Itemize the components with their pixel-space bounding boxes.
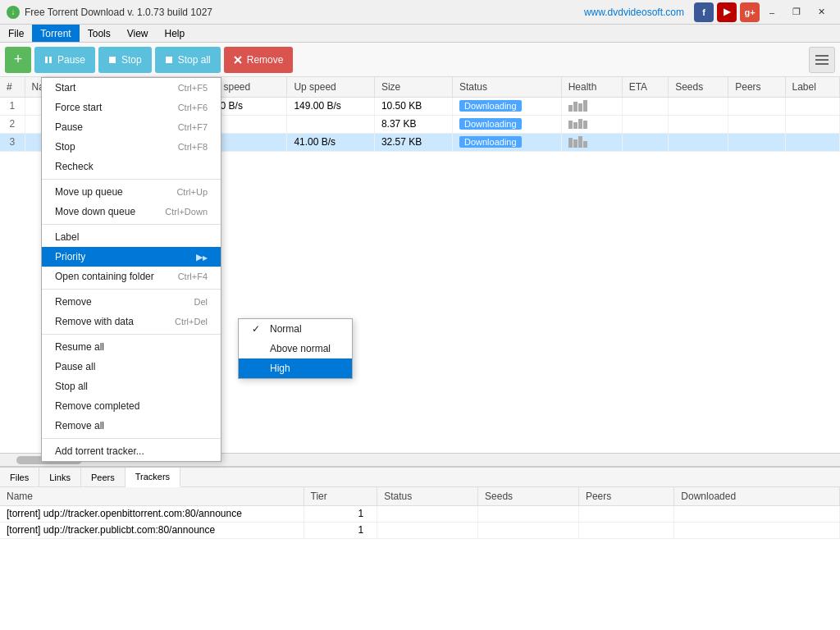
- row-eta: [622, 97, 669, 115]
- row-size: 10.50 KB: [374, 97, 452, 115]
- menu-remove-all[interactable]: Remove all: [42, 416, 221, 436]
- health-bar: [578, 103, 582, 112]
- row-health: [561, 97, 622, 115]
- facebook-icon[interactable]: f: [694, 2, 714, 22]
- menu-stop-all[interactable]: Stop all: [42, 377, 221, 396]
- bottom-tabs: Files Links Peers Trackers: [0, 468, 840, 487]
- googleplus-icon[interactable]: g+: [740, 2, 760, 22]
- tab-files[interactable]: Files: [0, 468, 39, 486]
- menu-move-up-shortcut: Ctrl+Up: [176, 187, 208, 197]
- checkmark-icon: ✓: [252, 323, 263, 335]
- menu-divider-4: [42, 334, 221, 335]
- health-bar: [573, 139, 578, 148]
- toolbar-right: [809, 47, 835, 73]
- add-torrent-button[interactable]: +: [5, 47, 31, 73]
- menu-force-start-label: Force start: [55, 102, 102, 113]
- menu-recheck[interactable]: Recheck: [42, 157, 221, 176]
- tab-peers[interactable]: Peers: [81, 468, 126, 486]
- row-peers: [728, 133, 785, 151]
- menu-move-up[interactable]: Move up queue Ctrl+Up: [42, 182, 221, 202]
- row-seeds: [669, 133, 728, 151]
- col-header-size: Size: [374, 77, 452, 97]
- menu-help[interactable]: Help: [157, 25, 194, 42]
- menu-add-tracker[interactable]: Add torrent tracker...: [42, 441, 221, 461]
- tab-trackers[interactable]: Trackers: [126, 468, 180, 487]
- menu-move-down-label: Move down queue: [55, 206, 135, 217]
- menu-start[interactable]: Start Ctrl+F5: [42, 78, 221, 98]
- submenu-arrow-icon: ▶: [196, 252, 208, 262]
- remove-button[interactable]: Remove: [224, 47, 294, 73]
- title-bar: ↓ Free Torrent Download v. 1.0.73 build …: [0, 0, 840, 25]
- menu-file[interactable]: File: [0, 25, 32, 42]
- svg-rect-2: [109, 57, 116, 63]
- menu-force-start[interactable]: Force start Ctrl+F6: [42, 98, 221, 117]
- row-num: 2: [0, 115, 25, 133]
- menu-recheck-label: Recheck: [55, 161, 94, 172]
- row-seeds: [669, 115, 728, 133]
- menu-pause-label: Pause: [55, 121, 83, 133]
- menu-view[interactable]: View: [119, 25, 157, 42]
- menu-priority[interactable]: Priority ▶: [42, 247, 221, 267]
- row-label: [785, 133, 839, 151]
- col-header-peers: Peers: [728, 77, 785, 97]
- tracker-tier: 1: [304, 505, 377, 522]
- minimize-button[interactable]: –: [760, 4, 784, 21]
- stop-button[interactable]: Stop: [98, 47, 152, 73]
- row-status: Downloading: [452, 115, 561, 133]
- stop-all-button[interactable]: Stop all: [155, 47, 221, 73]
- priority-high[interactable]: High: [239, 358, 352, 378]
- priority-normal[interactable]: ✓ Normal: [239, 319, 352, 339]
- tracker-name: [torrent] udp://tracker.openbittorrent.c…: [0, 505, 304, 522]
- priority-above-normal[interactable]: Above normal: [239, 339, 352, 358]
- menu-pause-all[interactable]: Pause all: [42, 357, 221, 377]
- menu-divider-3: [42, 289, 221, 290]
- row-peers: [728, 97, 785, 115]
- row-health: [561, 115, 622, 133]
- app-title: Free Torrent Download v. 1.0.73 build 10…: [25, 7, 584, 18]
- tracker-col-name: Name: [0, 487, 304, 505]
- menu-remove[interactable]: Remove Del: [42, 292, 221, 312]
- menu-bar: File Torrent Tools View Help: [0, 25, 840, 43]
- menu-resume-all[interactable]: Resume all: [42, 337, 221, 357]
- tracker-peers: [578, 505, 673, 522]
- menu-toggle-button[interactable]: [809, 47, 835, 73]
- tab-links[interactable]: Links: [39, 468, 81, 486]
- close-button[interactable]: ✕: [809, 4, 833, 21]
- row-health: [561, 133, 622, 151]
- row-size: 32.57 KB: [374, 133, 452, 151]
- menu-torrent[interactable]: Torrent: [32, 25, 79, 42]
- menu-move-down-shortcut: Ctrl+Down: [165, 207, 208, 217]
- row-size: 8.37 KB: [374, 115, 452, 133]
- menu-remove-completed-label: Remove completed: [55, 400, 139, 412]
- restore-button[interactable]: ❐: [784, 4, 809, 21]
- menu-divider-5: [42, 438, 221, 439]
- menu-remove-all-label: Remove all: [55, 420, 104, 431]
- menu-stop[interactable]: Stop Ctrl+F8: [42, 137, 221, 157]
- menu-tools[interactable]: Tools: [80, 25, 119, 42]
- remove-icon: [234, 56, 242, 64]
- menu-add-tracker-label: Add torrent tracker...: [55, 445, 144, 457]
- row-seeds: [669, 97, 728, 115]
- menu-remove-data-label: Remove with data: [55, 316, 134, 327]
- priority-high-label: High: [270, 363, 290, 374]
- pause-icon: [44, 56, 52, 64]
- tracker-row[interactable]: [torrent] udp://tracker.publicbt.com:80/…: [0, 522, 840, 538]
- youtube-icon[interactable]: ▶: [717, 2, 737, 22]
- menu-pause[interactable]: Pause Ctrl+F7: [42, 117, 221, 137]
- pause-button[interactable]: Pause: [34, 47, 95, 73]
- website-link[interactable]: www.dvdvideosoft.com: [584, 7, 684, 18]
- menu-remove-shortcut: Del: [194, 297, 208, 307]
- menu-remove-data[interactable]: Remove with data Ctrl+Del: [42, 312, 221, 331]
- menu-label[interactable]: Label: [42, 227, 221, 247]
- row-eta: [622, 115, 669, 133]
- torrent-dropdown-menu: Start Ctrl+F5 Force start Ctrl+F6 Pause …: [41, 77, 221, 462]
- row-status: Downloading: [452, 97, 561, 115]
- tracker-col-peers: Peers: [578, 487, 673, 505]
- menu-open-folder[interactable]: Open containing folder Ctrl+F4: [42, 267, 221, 286]
- health-bar: [583, 100, 587, 112]
- hamburger-line: [815, 63, 829, 65]
- tracker-row[interactable]: [torrent] udp://tracker.openbittorrent.c…: [0, 505, 840, 522]
- menu-remove-completed[interactable]: Remove completed: [42, 396, 221, 416]
- row-num: 3: [0, 133, 25, 151]
- menu-move-down[interactable]: Move down queue Ctrl+Down: [42, 202, 221, 221]
